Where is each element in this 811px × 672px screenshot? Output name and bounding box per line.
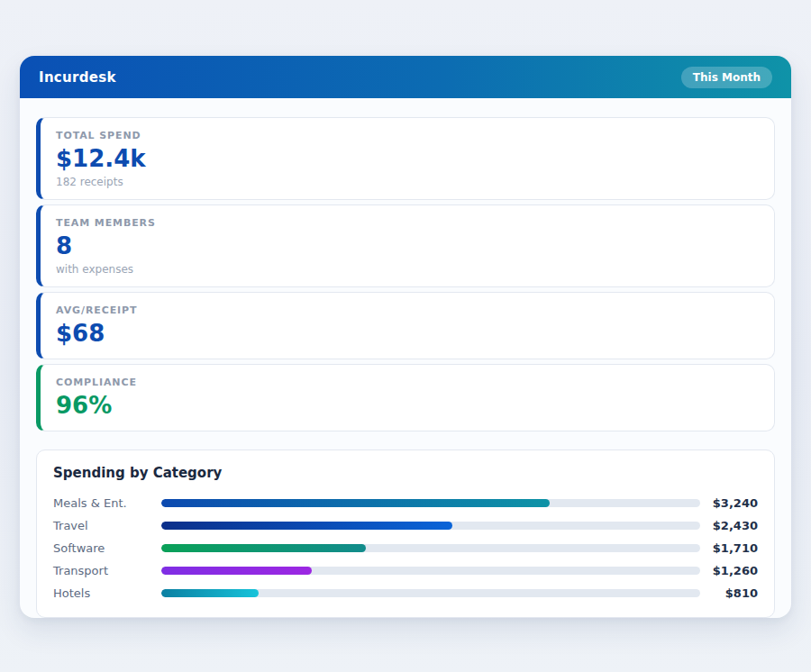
stat-label: TEAM MEMBERS [56, 217, 759, 229]
bar-value: $2,430 [700, 519, 758, 532]
bar-track [161, 567, 700, 575]
category-label: Transport [53, 564, 161, 577]
stat-label: COMPLIANCE [56, 377, 759, 388]
bar-fill [161, 544, 366, 552]
spending-chart-card: Spending by Category Meals & Ent.$3,240T… [36, 450, 775, 618]
stat-value: $12.4k [56, 146, 759, 173]
dashboard-content: TOTAL SPEND$12.4k182 receiptsTEAM MEMBER… [20, 98, 791, 618]
chart-rows: Meals & Ent.$3,240Travel$2,430Software$1… [53, 492, 758, 604]
chart-row-transport: Transport$1,260 [53, 559, 758, 582]
stat-card-avg-receipt: AVG/RECEIPT$68 [36, 292, 775, 359]
stat-value: 96% [56, 393, 759, 420]
app-title: Incurdesk [39, 69, 116, 86]
category-label: Travel [53, 519, 161, 532]
category-label: Meals & Ent. [53, 496, 161, 510]
stat-card-team-members: TEAM MEMBERS8with expenses [36, 204, 775, 287]
stat-label: AVG/RECEIPT [56, 304, 759, 316]
chart-title: Spending by Category [53, 465, 758, 481]
stat-card-compliance: COMPLIANCE96% [36, 364, 775, 431]
bar-track [161, 544, 700, 552]
bar-value: $1,710 [700, 541, 758, 555]
chart-row-software: Software$1,710 [53, 537, 758, 559]
stat-subtext: with expenses [56, 263, 759, 276]
bar-track [161, 499, 700, 507]
bar-track [161, 589, 700, 597]
stat-card-list: TOTAL SPEND$12.4k182 receiptsTEAM MEMBER… [36, 117, 775, 431]
chart-row-travel: Travel$2,430 [53, 514, 758, 537]
bar-value: $1,260 [700, 564, 758, 577]
category-label: Software [53, 541, 161, 555]
bar-fill [161, 589, 259, 597]
stat-value: 8 [56, 233, 759, 260]
chart-row-meals-ent-: Meals & Ent.$3,240 [53, 492, 758, 514]
dashboard-panel: Incurdesk This Month TOTAL SPEND$12.4k18… [20, 56, 791, 618]
stat-value: $68 [56, 321, 759, 348]
bar-fill [161, 522, 452, 530]
stat-card-total-spend: TOTAL SPEND$12.4k182 receipts [36, 117, 775, 200]
bar-fill [161, 567, 312, 575]
stat-subtext: 182 receipts [56, 176, 759, 188]
stat-label: TOTAL SPEND [56, 130, 759, 141]
bar-track [161, 522, 700, 530]
bar-fill [161, 499, 550, 507]
bar-value: $3,240 [700, 496, 758, 510]
app-header: Incurdesk This Month [20, 56, 791, 98]
period-badge[interactable]: This Month [681, 67, 772, 88]
bar-value: $810 [700, 586, 758, 600]
chart-row-hotels: Hotels$810 [53, 582, 758, 604]
category-label: Hotels [53, 586, 161, 600]
